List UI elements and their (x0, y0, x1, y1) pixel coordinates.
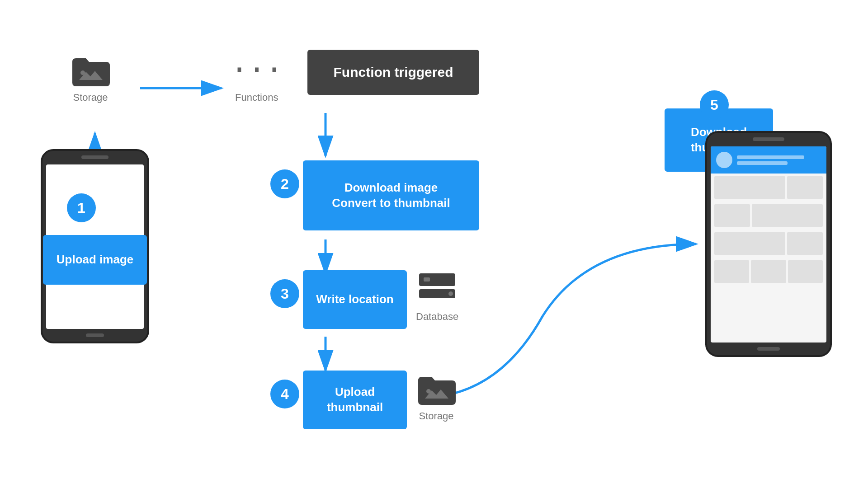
write-location-box: Write location (303, 270, 407, 329)
diagram-container: 1 Upload image Storage {···} Functions F… (0, 0, 868, 488)
svg-text:{···}: {···} (236, 53, 277, 87)
app-cell-5 (714, 232, 785, 255)
storage-label-left: Storage (73, 92, 108, 103)
svg-point-8 (448, 291, 453, 296)
svg-point-10 (426, 389, 431, 394)
database-label: Database (416, 311, 458, 323)
app-cell-1 (714, 176, 785, 199)
phone-notch-left (81, 155, 108, 159)
app-bar-1 (737, 155, 804, 159)
storage-icon-left: Storage (70, 52, 111, 103)
badge-4: 4 (270, 380, 299, 408)
badge-1: 1 (67, 193, 96, 222)
app-cell-9 (788, 260, 823, 283)
app-cell-3 (714, 204, 750, 227)
app-cell-6 (787, 232, 823, 255)
app-header (711, 146, 826, 174)
database-icon: Database (416, 271, 458, 323)
phone-right (705, 131, 832, 357)
functions-icon: {···} Functions (235, 52, 278, 103)
arrow-storage-to-phone-right (420, 244, 696, 398)
storage-icon-right: Storage (416, 371, 457, 422)
app-cell-2 (787, 176, 823, 199)
svg-rect-6 (424, 277, 430, 282)
app-cell-7 (714, 260, 749, 283)
phone-screen-right (711, 146, 826, 343)
badge-2: 2 (270, 169, 299, 198)
function-triggered-box: Function triggered (307, 50, 479, 95)
svg-point-3 (80, 70, 85, 75)
app-mockup (711, 146, 826, 343)
app-header-bars (737, 155, 821, 165)
phone-notch-right (753, 137, 784, 141)
app-row-1 (711, 174, 826, 202)
download-convert-box: Download imageConvert to thumbnail (303, 160, 479, 230)
app-avatar (716, 152, 732, 168)
folder-svg-left (70, 52, 111, 88)
app-cell-4 (752, 204, 823, 227)
folder-svg-right (416, 371, 457, 407)
functions-label: Functions (235, 92, 278, 103)
download-convert-label: Download imageConvert to thumbnail (332, 180, 450, 211)
app-cell-8 (751, 260, 786, 283)
phone-home-right (757, 347, 780, 351)
storage-label-right: Storage (419, 410, 453, 422)
app-bar-2 (737, 161, 788, 165)
database-svg (417, 271, 458, 307)
app-row-4 (711, 258, 826, 286)
app-row-3 (711, 230, 826, 258)
app-row-2 (711, 202, 826, 230)
phone-home-left (86, 333, 104, 337)
functions-svg: {···} (236, 52, 277, 88)
badge-5: 5 (700, 90, 729, 119)
upload-image-box: Upload image (43, 235, 147, 285)
upload-thumbnail-box: Upload thumbnail (303, 371, 407, 429)
badge-3: 3 (270, 279, 299, 308)
